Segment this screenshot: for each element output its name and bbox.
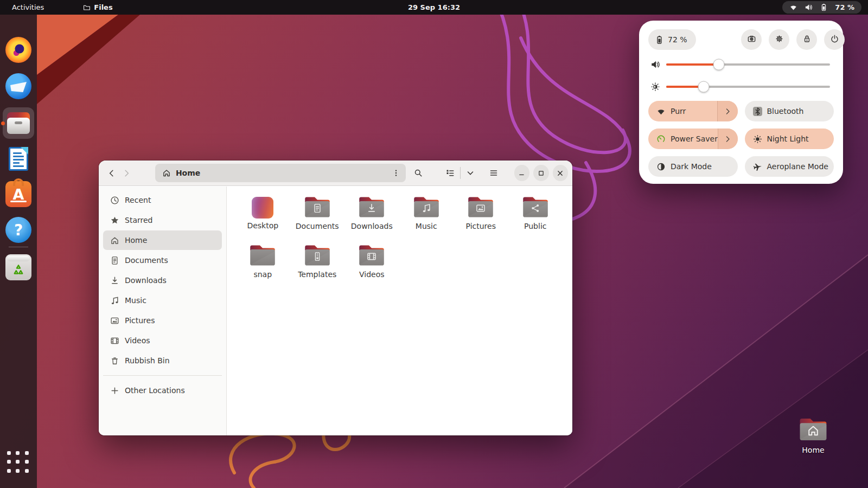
file-item-public[interactable]: Public — [508, 195, 563, 243]
dock-item-help[interactable]: ? — [5, 217, 31, 243]
aeroplane-icon — [753, 162, 762, 171]
dock-item-files[interactable] — [5, 110, 31, 136]
file-item-documents[interactable]: Documents — [290, 195, 345, 243]
screenshot-button[interactable] — [741, 29, 762, 50]
minimize-button[interactable] — [514, 165, 529, 181]
bluetooth-icon — [753, 107, 762, 116]
search-button[interactable] — [410, 164, 426, 182]
file-view[interactable]: DesktopDocumentsDownloadsMusicPicturesPu… — [227, 187, 572, 435]
sidebar-item-documents[interactable]: Documents — [103, 251, 222, 270]
view-options-button[interactable] — [462, 164, 479, 182]
speaker-icon — [805, 3, 813, 11]
share-icon — [530, 203, 540, 213]
settings-button[interactable] — [769, 29, 789, 50]
star-icon — [110, 216, 119, 225]
sidebar: RecentStarredHomeDocumentsDownloadsMusic… — [99, 187, 227, 435]
file-grid: DesktopDocumentsDownloadsMusicPicturesPu… — [235, 195, 566, 292]
show-applications-button[interactable] — [7, 451, 30, 474]
hamburger-menu-button[interactable] — [486, 164, 502, 182]
dock-item-libreoffice-writer[interactable] — [5, 146, 31, 172]
sidebar-item-label: Downloads — [125, 276, 167, 285]
file-label: Documents — [296, 222, 339, 230]
dock-separator — [9, 247, 28, 247]
path-menu-button[interactable] — [388, 165, 404, 181]
sidebar-item-music[interactable]: Music — [103, 291, 222, 310]
folder-icon — [357, 243, 386, 267]
folder-icon — [466, 195, 495, 219]
picture-icon — [110, 316, 119, 325]
toggle-night-light[interactable]: Night Light — [745, 129, 834, 149]
dock-item-firefox[interactable] — [5, 37, 31, 63]
clock-button[interactable]: 29 Sep 16:32 — [401, 2, 467, 12]
picture-icon — [476, 203, 486, 213]
sidebar-item-recent[interactable]: Recent — [103, 190, 222, 210]
template-icon — [312, 251, 322, 261]
sidebar-item-label: Other Locations — [125, 386, 185, 395]
desktop: Activities Files 29 Sep 16:32 72 % A? Ho… — [0, 0, 868, 488]
files-window: Home RecentStarredHomeDocumentsDownloads… — [99, 160, 572, 435]
maximize-button[interactable] — [533, 165, 548, 181]
power-button[interactable] — [824, 29, 845, 50]
activities-button[interactable]: Activities — [7, 2, 49, 13]
app-menu-button[interactable]: Files — [78, 2, 118, 13]
sidebar-item-label: Music — [125, 296, 146, 305]
dock-item-thunderbird[interactable] — [5, 73, 31, 99]
file-label: Pictures — [466, 222, 496, 230]
file-item-templates[interactable]: Templates — [290, 243, 345, 292]
sidebar-item-home[interactable]: Home — [103, 230, 222, 250]
battery-pill-button[interactable]: 72 % — [648, 29, 696, 50]
path-bar[interactable]: Home — [155, 164, 406, 182]
dock-item-ubuntu-software[interactable]: A — [5, 181, 31, 207]
desktop-home-label: Home — [802, 446, 824, 454]
volume-slider-knob[interactable] — [713, 59, 724, 70]
settings-gear-icon — [775, 34, 784, 46]
file-item-desktop[interactable]: Desktop — [235, 195, 290, 243]
sidebar-item-videos[interactable]: Videos — [103, 331, 222, 350]
sidebar-separator — [103, 375, 222, 376]
power-icon — [830, 34, 839, 46]
file-label: snap — [253, 270, 272, 279]
folder-icon — [412, 195, 441, 219]
sidebar-item-pictures[interactable]: Pictures — [103, 311, 222, 330]
wifi-icon — [789, 3, 797, 11]
close-button[interactable] — [553, 165, 568, 181]
volume-slider[interactable] — [666, 63, 830, 66]
dark-mode-icon — [656, 162, 666, 171]
toggle-expand-arrow[interactable] — [718, 129, 738, 149]
download-icon — [110, 276, 119, 285]
wifi-icon — [656, 107, 666, 116]
toggle-dark-mode[interactable]: Dark Mode — [648, 156, 738, 177]
toggle-expand-arrow[interactable] — [717, 101, 738, 121]
document-icon — [110, 256, 119, 265]
desktop-home-folder[interactable]: Home — [793, 416, 833, 466]
system-tray-button[interactable]: 72 % — [782, 1, 861, 14]
dock-item-rubbish-bin[interactable] — [5, 254, 31, 280]
file-item-videos[interactable]: Videos — [344, 243, 399, 292]
file-label: Downloads — [351, 222, 393, 230]
list-view-button[interactable] — [442, 164, 459, 182]
brightness-slider-knob[interactable] — [698, 81, 710, 93]
sidebar-item-other-locations[interactable]: Other Locations — [103, 381, 222, 400]
toggle-bluetooth[interactable]: Bluetooth — [745, 101, 834, 121]
file-item-snap[interactable]: snap — [235, 243, 290, 292]
sidebar-item-rubbish-bin[interactable]: Rubbish Bin — [103, 351, 222, 370]
toggle-label: Purr — [671, 107, 686, 115]
brightness-slider[interactable] — [666, 86, 830, 88]
toggle-power-saver[interactable]: Power Saver — [648, 129, 738, 149]
path-label: Home — [176, 169, 388, 177]
toggle-aeroplane-mode[interactable]: Aeroplane Mode — [745, 156, 834, 177]
back-button[interactable] — [104, 165, 119, 181]
toggle-purr[interactable]: Purr — [648, 101, 738, 121]
speaker-icon — [650, 60, 660, 69]
plus-icon — [110, 386, 119, 395]
sidebar-item-starred[interactable]: Starred — [103, 210, 222, 230]
file-item-music[interactable]: Music — [399, 195, 454, 243]
sidebar-item-downloads[interactable]: Downloads — [103, 271, 222, 290]
sidebar-item-label: Recent — [125, 196, 151, 204]
forward-button[interactable] — [119, 165, 134, 181]
folder-icon — [248, 243, 277, 267]
file-item-downloads[interactable]: Downloads — [344, 195, 399, 243]
music-icon — [110, 296, 119, 305]
lock-button[interactable] — [796, 29, 817, 50]
file-item-pictures[interactable]: Pictures — [454, 195, 508, 243]
